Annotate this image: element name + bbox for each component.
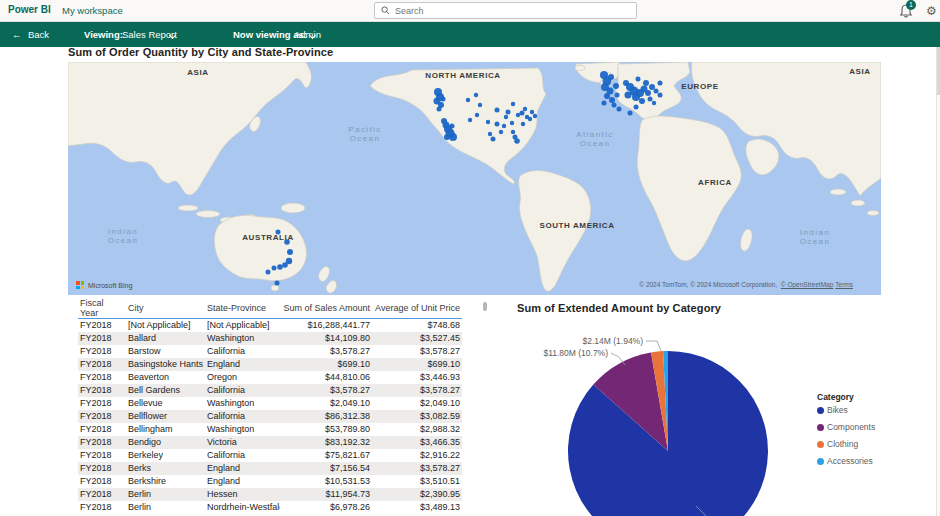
search-input[interactable] [395,6,630,16]
city-bubble[interactable] [530,110,534,114]
powerbi-logo[interactable]: Power BI [8,4,51,15]
back-arrow-icon[interactable]: ← [12,29,22,40]
table-row[interactable]: FY2018BerkeleyCalifornia$75,821.67$2,916… [78,449,462,462]
city-bubble[interactable] [437,107,442,112]
city-bubble[interactable] [634,105,639,110]
city-bubble[interactable] [617,107,622,112]
city-bubble[interactable] [511,130,515,134]
table-row[interactable]: FY2018BerkshireEngland$10,531.53$3,510.5… [78,475,462,488]
city-bubble[interactable] [636,77,641,82]
global-search[interactable] [374,2,637,19]
table-row[interactable]: FY2018BellevueWashington$2,049.10$2,049.… [78,397,462,410]
city-bubble[interactable] [502,124,506,128]
city-bubble[interactable] [658,93,663,98]
table-row[interactable]: FY2018BallardWashington$14,109.80$3,527.… [78,332,462,345]
page-scrollbar[interactable] [936,47,940,516]
city-bubble[interactable] [441,97,446,102]
city-bubble[interactable] [488,132,492,136]
table-row[interactable]: FY2018Bell GardensCalifornia$3,578.27$3,… [78,384,462,397]
table-row[interactable]: FY2018[Not Applicable][Not Applicable]$1… [78,319,462,332]
table-row[interactable]: FY2018BellflowerCalifornia$86,312.38$3,0… [78,410,462,423]
table-row[interactable]: FY2018BerlinHessen$11,954.73$2,390.95 [78,488,462,501]
openstreetmap-link[interactable]: © OpenStreetMap [781,281,833,288]
city-bubble[interactable] [275,281,280,286]
city-bubble[interactable] [506,110,511,115]
workspace-breadcrumb[interactable]: My workspace [62,5,123,16]
city-bubble[interactable] [516,113,520,117]
city-bubble[interactable] [521,122,525,126]
pie-slices [568,351,768,516]
city-bubble[interactable] [491,137,496,142]
city-bubble[interactable] [520,111,525,116]
city-bubble[interactable] [511,102,515,106]
column-header[interactable]: City [126,298,205,319]
legend-item-accessories[interactable]: Accessories [817,456,875,466]
city-bubble[interactable] [654,89,659,94]
city-bubble[interactable] [609,97,615,103]
city-bubble[interactable] [648,97,653,102]
column-header[interactable]: Fiscal Year [78,298,126,319]
city-bubble[interactable] [475,113,479,117]
city-bubble[interactable] [276,230,281,235]
city-bubble[interactable] [514,138,520,144]
table-cell: $2,916.22 [372,449,462,462]
table-row[interactable]: FY2018BerksEngland$7,156.54$3,578.27 [78,462,462,475]
table-row[interactable]: FY2018Basingstoke HantsEngland$699.10$69… [78,358,462,371]
city-bubble[interactable] [468,118,472,122]
city-bubble[interactable] [449,133,457,141]
city-bubble[interactable] [444,134,450,140]
legend-item-components[interactable]: Components [817,422,875,432]
city-bubble[interactable] [474,93,478,97]
city-bubble[interactable] [608,74,614,80]
city-bubble[interactable] [523,107,527,111]
city-bubble[interactable] [639,98,645,104]
city-bubble[interactable] [645,90,651,96]
city-bubble[interactable] [450,124,455,129]
city-bubble[interactable] [652,101,656,105]
city-bubble[interactable] [604,93,610,99]
city-bubble[interactable] [277,264,283,270]
city-bubble[interactable] [495,122,500,127]
table-row[interactable]: FY2018BellinghamWashington$53,789.80$2,9… [78,423,462,436]
legend-item-bikes[interactable]: Bikes [817,405,875,415]
city-bubble[interactable] [499,130,503,134]
terms-link[interactable]: Terms [835,281,853,288]
city-bubble[interactable] [284,239,290,245]
city-bubble[interactable] [272,266,277,271]
city-bubble[interactable] [613,83,619,89]
city-bubble[interactable] [466,98,470,102]
table-row[interactable]: FY2018BarstowCalifornia$3,578.27$3,578.2… [78,345,462,358]
city-bubble[interactable] [649,84,655,90]
table-row[interactable]: FY2018BerlinNordrhein-Westfalen$6,978.26… [78,501,462,514]
bing-map-canvas[interactable]: ASIANORTH AMERICAEUROPEASIAPacificOceanA… [68,62,881,295]
viewing-role-dropdown[interactable]: Admin [294,29,321,40]
city-bubble[interactable] [615,93,620,98]
table-cell: FY2018 [78,319,126,332]
city-bubble[interactable] [266,270,271,275]
city-bubble[interactable] [625,92,632,99]
city-bubble[interactable] [643,80,649,86]
table-scrollbar-thumb[interactable] [483,302,487,311]
city-bubble[interactable] [495,108,500,113]
city-bubble[interactable] [533,114,537,118]
city-bubble[interactable] [612,103,617,108]
city-bubble[interactable] [658,81,663,86]
column-header[interactable]: Average of Unit Price [372,298,462,319]
settings-gear-icon[interactable]: ⚙ [926,3,937,19]
city-bubble[interactable] [486,120,490,124]
table-row[interactable]: FY2018BeavertonOregon$44,810.06$3,446.93 [78,371,462,384]
table-row[interactable]: FY2018BendigoVictoria$83,192.32$3,466.35 [78,436,462,449]
city-bubble[interactable] [602,101,607,106]
table-cell: $11,954.73 [280,488,372,501]
city-bubble[interactable] [628,111,633,116]
city-bubble[interactable] [504,115,508,119]
column-header[interactable]: State-Province [205,298,280,319]
city-bubble[interactable] [528,117,532,121]
city-bubble[interactable] [287,249,293,255]
city-bubble[interactable] [478,103,482,107]
column-header[interactable]: Sum of Sales Amount [280,298,372,319]
city-bubble[interactable] [282,262,288,268]
back-button[interactable]: Back [28,29,49,40]
city-bubble[interactable] [510,121,514,125]
legend-item-clothing[interactable]: Clothing [817,439,875,449]
